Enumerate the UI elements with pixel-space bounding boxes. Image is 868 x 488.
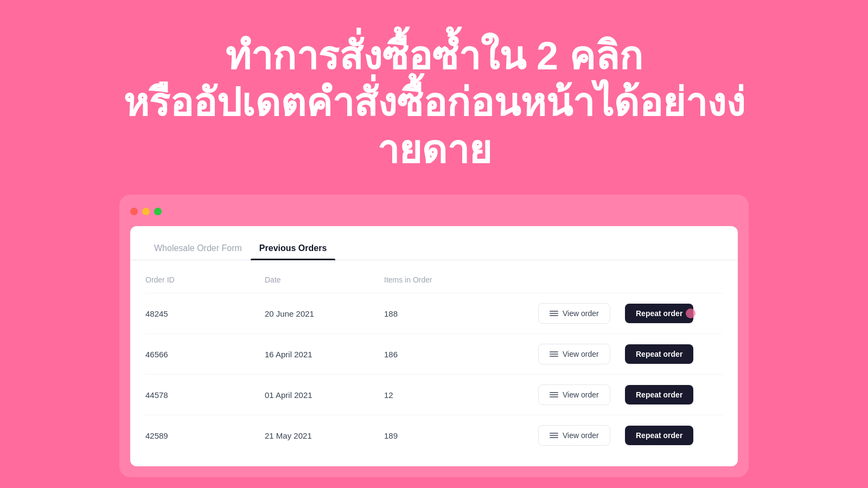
tab-bar: Wholesale Order Form Previous Orders	[130, 226, 738, 260]
list-icon	[550, 390, 558, 399]
repeat-order-button[interactable]: Repeat order	[625, 426, 693, 445]
repeat-order-cell: Repeat order	[625, 426, 723, 445]
dot-green	[154, 208, 162, 215]
list-icon	[550, 431, 558, 440]
col-header-action1	[538, 275, 625, 284]
repeat-order-button[interactable]: Repeat order	[625, 344, 693, 364]
table-row: 46566 16 April 2021 186 View order	[145, 334, 723, 375]
col-header-date: Date	[265, 275, 384, 284]
tab-wholesale[interactable]: Wholesale Order Form	[145, 237, 251, 260]
repeat-order-cell: Repeat order	[625, 304, 723, 323]
repeat-order-cell: Repeat order	[625, 344, 723, 364]
hero-line3: ายดาย	[377, 128, 492, 171]
order-id-cell: 42589	[145, 431, 265, 440]
table-row: 44578 01 April 2021 12 View order	[145, 375, 723, 415]
view-order-cell: View order	[538, 425, 625, 446]
view-order-button[interactable]: View order	[538, 344, 610, 364]
col-header-items: Items in Order	[384, 275, 538, 284]
col-header-action2	[625, 275, 723, 284]
items-cell: 189	[384, 431, 538, 440]
view-order-cell: View order	[538, 344, 625, 364]
list-icon	[550, 350, 558, 358]
order-id-cell: 48245	[145, 309, 265, 318]
table-row: 48245 20 June 2021 188 View order	[145, 293, 723, 334]
view-order-button[interactable]: View order	[538, 303, 610, 324]
view-order-button[interactable]: View order	[538, 425, 610, 446]
window-inner: Wholesale Order Form Previous Orders Ord…	[130, 226, 738, 466]
repeat-order-cell: Repeat order	[625, 385, 723, 404]
repeat-order-button[interactable]: Repeat order	[625, 385, 693, 404]
items-cell: 12	[384, 390, 538, 400]
col-header-order-id: Order ID	[145, 275, 265, 284]
hero-title: ทำการสั่งซื้อซ้ำใน 2 คลิก หรืออัปเดตคำสั…	[0, 33, 868, 173]
order-id-cell: 44578	[145, 390, 265, 400]
hero-line1: ทำการสั่งซื้อซ้ำใน 2 คลิก	[225, 34, 643, 78]
window-chrome	[130, 206, 738, 217]
hero-line2: หรืออัปเดตคำสั่งซื้อก่อนหน้าได้อย่างง่	[123, 81, 745, 124]
table-header: Order ID Date Items in Order	[145, 271, 723, 293]
order-id-cell: 46566	[145, 350, 265, 359]
items-cell: 188	[384, 309, 538, 318]
date-cell: 21 May 2021	[265, 431, 384, 440]
hero-section: ทำการสั่งซื้อซ้ำใน 2 คลิก หรืออัปเดตคำสั…	[0, 0, 868, 195]
repeat-order-button[interactable]: Repeat order	[625, 304, 693, 323]
items-cell: 186	[384, 350, 538, 359]
date-cell: 01 April 2021	[265, 390, 384, 400]
table-container: Order ID Date Items in Order 48245 20 Ju…	[130, 271, 738, 455]
date-cell: 16 April 2021	[265, 350, 384, 359]
list-icon	[550, 309, 558, 318]
dot-yellow	[142, 208, 150, 215]
table-row: 42589 21 May 2021 189 View order	[145, 415, 723, 455]
window-container: Wholesale Order Form Previous Orders Ord…	[119, 195, 749, 477]
date-cell: 20 June 2021	[265, 309, 384, 318]
view-order-cell: View order	[538, 303, 625, 324]
tab-previous-orders[interactable]: Previous Orders	[251, 237, 336, 260]
dot-red	[130, 208, 138, 215]
view-order-cell: View order	[538, 384, 625, 405]
view-order-button[interactable]: View order	[538, 384, 610, 405]
